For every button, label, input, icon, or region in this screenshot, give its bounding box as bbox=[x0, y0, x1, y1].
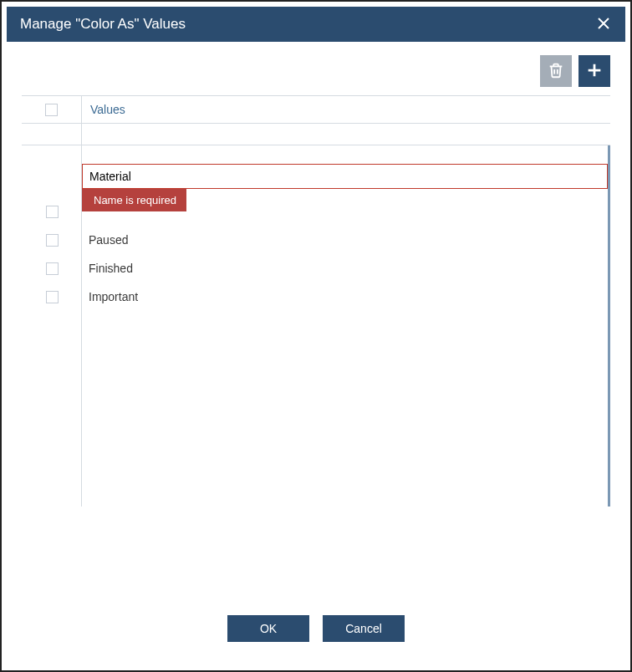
row-checkbox[interactable] bbox=[46, 262, 59, 275]
column-header-values[interactable]: Values bbox=[82, 103, 610, 116]
column-header-row: Values bbox=[22, 95, 610, 124]
plus-icon bbox=[585, 61, 604, 82]
ok-button[interactable]: OK bbox=[227, 615, 309, 642]
list-item[interactable]: Finished bbox=[82, 254, 608, 283]
trash-icon bbox=[547, 61, 565, 82]
delete-button[interactable] bbox=[540, 55, 572, 87]
row-checkbox[interactable] bbox=[46, 206, 59, 218]
select-all-checkbox[interactable] bbox=[45, 104, 58, 116]
close-icon bbox=[598, 18, 609, 32]
add-button[interactable] bbox=[578, 55, 610, 87]
filter-cell[interactable] bbox=[82, 124, 610, 145]
row-label: Paused bbox=[82, 233, 128, 247]
dialog-footer: OK Cancel bbox=[7, 597, 625, 665]
toolbar bbox=[7, 42, 625, 95]
row-checkbox[interactable] bbox=[46, 291, 59, 303]
dialog-title: Manage "Color As" Values bbox=[20, 16, 186, 33]
list-item[interactable]: Important bbox=[82, 283, 608, 311]
dialog-titlebar: Manage "Color As" Values bbox=[7, 7, 625, 42]
select-all-cell bbox=[22, 96, 82, 123]
filter-row bbox=[22, 124, 610, 145]
validation-error-tooltip: Name is required bbox=[82, 189, 186, 211]
row-label: Important bbox=[82, 290, 138, 303]
edit-row: Name is required bbox=[82, 164, 608, 189]
list-item[interactable]: Paused bbox=[82, 226, 608, 254]
close-button[interactable] bbox=[592, 13, 615, 36]
row-label: Finished bbox=[82, 262, 133, 275]
cancel-button[interactable]: Cancel bbox=[323, 615, 405, 642]
value-name-input[interactable] bbox=[82, 164, 608, 189]
row-checkbox[interactable] bbox=[46, 234, 59, 247]
manage-values-dialog: Manage "Color As" Values bbox=[7, 7, 625, 665]
values-body: Name is required x Paused Finished bbox=[22, 145, 610, 371]
values-column: Name is required x Paused Finished bbox=[82, 145, 610, 507]
filter-check-cell bbox=[22, 124, 82, 145]
